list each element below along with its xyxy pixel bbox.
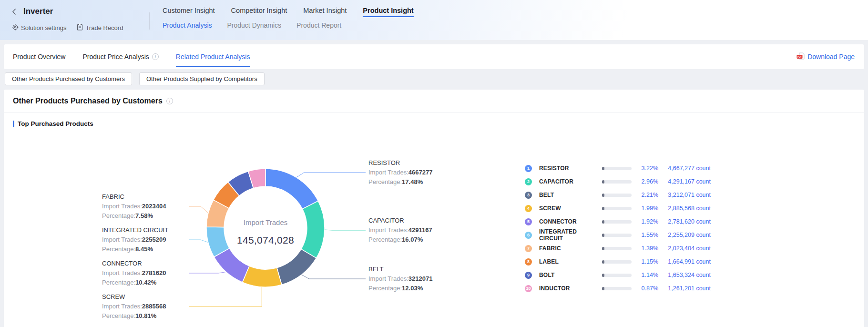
- analysis-tabs: Product OverviewProduct Price AnalysisiR…: [4, 44, 864, 69]
- legend-row-connector[interactable]: 5 CONNECTOR 1.92% 2,781,620 count: [525, 215, 711, 228]
- legend-row-label[interactable]: 8 LABEL 1.15% 1,664,991 count: [525, 255, 711, 268]
- rank-badge: 9: [525, 272, 532, 279]
- download-page-link[interactable]: PDF Download Page: [797, 44, 855, 69]
- clipboard-icon: [77, 24, 83, 32]
- rank-badge: 10: [525, 285, 532, 292]
- share-bar: [602, 180, 632, 184]
- legend-product-name: INTEGRATED CIRCUIT: [539, 228, 602, 242]
- legend-product-name: BELT: [539, 192, 602, 198]
- share-percent: 1.55%: [632, 232, 658, 238]
- main-panel: Other Products Purchased by Customers i …: [4, 90, 864, 327]
- share-bar: [602, 274, 632, 277]
- share-percent: 1.99%: [632, 205, 658, 212]
- leader-line-screw: [189, 287, 262, 307]
- legend-product-name: RESISTOR: [539, 165, 602, 172]
- trade-count: 1,653,324 count: [658, 272, 711, 278]
- share-bar: [602, 220, 632, 224]
- legend-product-name: INDUCTOR: [539, 285, 602, 292]
- legend-row-belt[interactable]: 3 BELT 2.21% 3,212,071 count: [525, 188, 711, 202]
- gear-icon: [12, 24, 19, 32]
- share-percent: 1.92%: [632, 218, 658, 225]
- product-subtabs: Product AnalysisProduct DynamicsProduct …: [163, 21, 414, 29]
- app-header: Inverter Solution settingsTrade Record C…: [0, 0, 868, 40]
- callout-fabric: FABRIC Import Trades:2023404 Percentage:…: [102, 192, 197, 221]
- trade-count: 4,667,277 count: [658, 165, 711, 172]
- quick-links: Solution settingsTrade Record: [12, 24, 123, 32]
- svg-text:PDF: PDF: [797, 55, 803, 58]
- share-bar: [602, 260, 632, 264]
- tab-customer-insight[interactable]: Customer Insight: [163, 7, 215, 20]
- legend-product-name: SCREW: [539, 205, 602, 212]
- quick-link-solution-settings[interactable]: Solution settings: [12, 24, 66, 32]
- trade-count: 2,255,209 count: [658, 232, 711, 238]
- view-button-other-products-supplied-by-competitors[interactable]: Other Products Supplied by Competitors: [139, 72, 265, 85]
- share-bar: [602, 247, 632, 250]
- share-bar: [602, 207, 632, 210]
- callout-integrated-circuit: INTEGRATED CIRCUIT Import Trades:2255209…: [102, 225, 197, 254]
- callout-resistor: RESISTOR Import Trades:4667277 Percentag…: [368, 158, 464, 187]
- trade-count: 1,261,201 count: [658, 285, 711, 292]
- legend-row-integrated-circuit[interactable]: 6 INTEGRATED CIRCUIT 1.55% 2,255,209 cou…: [525, 228, 711, 242]
- info-icon[interactable]: i: [152, 53, 159, 60]
- rank-badge: 8: [525, 258, 532, 266]
- analysis-tab-product-price-analysis[interactable]: Product Price Analysisi: [82, 44, 158, 69]
- subtab-product-analysis[interactable]: Product Analysis: [163, 21, 212, 29]
- tab-market-insight[interactable]: Market Insight: [303, 7, 347, 20]
- analysis-tab-related-product-analysis[interactable]: Related Product Analysis: [176, 44, 250, 69]
- trade-count: 3,212,071 count: [658, 192, 711, 198]
- analysis-nav-band: Product OverviewProduct Price AnalysisiR…: [4, 44, 864, 69]
- share-bar: [602, 287, 632, 290]
- legend-row-resistor[interactable]: 1 RESISTOR 3.22% 4,667,277 count: [525, 162, 711, 175]
- analysis-tab-product-overview[interactable]: Product Overview: [13, 44, 65, 69]
- quick-link-trade-record[interactable]: Trade Record: [77, 24, 123, 32]
- callout-belt: BELT Import Trades:3212071 Percentage:12…: [368, 265, 464, 293]
- legend-row-fabric[interactable]: 7 FABRIC 1.39% 2,023,404 count: [525, 242, 711, 255]
- rank-badge: 3: [525, 192, 532, 199]
- share-percent: 1.39%: [632, 245, 658, 252]
- insight-tabs: Customer InsightCompetitor InsightMarket…: [163, 0, 414, 20]
- trade-count: 4,291,167 count: [658, 178, 711, 185]
- legend-product-name: BOLT: [539, 272, 602, 278]
- subtab-product-dynamics[interactable]: Product Dynamics: [227, 21, 282, 29]
- rank-badge: 2: [525, 178, 532, 185]
- legend-row-capacitor[interactable]: 2 CAPACITOR 2.96% 4,291,167 count: [525, 175, 711, 188]
- callout-screw: SCREW Import Trades:2885568 Percentage:1…: [102, 292, 197, 321]
- donut-slice-capacitor[interactable]: [301, 201, 325, 258]
- legend-row-bolt[interactable]: 9 BOLT 1.14% 1,653,324 count: [525, 268, 711, 282]
- rank-badge: 5: [525, 218, 532, 225]
- leader-line-capacitor: [325, 230, 366, 230]
- back-icon[interactable]: [12, 8, 19, 15]
- view-button-other-products-purchased-by-customers[interactable]: Other Products Purchased by Customers: [5, 72, 132, 85]
- header-divider: [149, 12, 150, 30]
- pdf-icon: PDF: [797, 52, 805, 61]
- donut-slice-resistor[interactable]: [266, 169, 318, 209]
- share-percent: 2.21%: [632, 192, 658, 198]
- page-title: Inverter: [23, 7, 53, 16]
- rank-badge: 7: [525, 245, 532, 252]
- tab-competitor-insight[interactable]: Competitor Insight: [231, 7, 287, 20]
- leader-line-belt: [302, 275, 366, 279]
- callout-connector: CONNECTOR Import Trades:2781620 Percenta…: [102, 259, 197, 287]
- trade-count: 2,885,568 count: [658, 205, 711, 212]
- subtab-product-report[interactable]: Product Report: [296, 21, 341, 29]
- tab-product-insight[interactable]: Product Insight: [363, 7, 413, 20]
- rank-badge: 1: [525, 165, 532, 172]
- share-percent: 0.87%: [632, 285, 658, 292]
- view-toggle-group: Other Products Purchased by CustomersOth…: [5, 72, 265, 85]
- share-bar: [602, 167, 632, 170]
- share-bar: [602, 194, 632, 197]
- legend-row-inductor[interactable]: 10 INDUCTOR 0.87% 1,261,201 count: [525, 282, 711, 295]
- share-percent: 3.22%: [632, 165, 658, 172]
- legend-product-name: FABRIC: [539, 245, 602, 252]
- share-percent: 2.96%: [632, 178, 658, 185]
- trade-count: 1,664,991 count: [658, 258, 711, 265]
- donut-slice-belt[interactable]: [277, 249, 317, 285]
- legend-product-name: CAPACITOR: [539, 178, 602, 185]
- legend-product-name: CONNECTOR: [539, 218, 602, 225]
- share-percent: 1.15%: [632, 258, 658, 265]
- share-bar: [602, 234, 632, 237]
- legend-row-screw[interactable]: 4 SCREW 1.99% 2,885,568 count: [525, 202, 711, 215]
- share-percent: 1.14%: [632, 272, 658, 278]
- leader-line-resistor: [296, 173, 366, 177]
- download-page-label: Download Page: [807, 53, 855, 61]
